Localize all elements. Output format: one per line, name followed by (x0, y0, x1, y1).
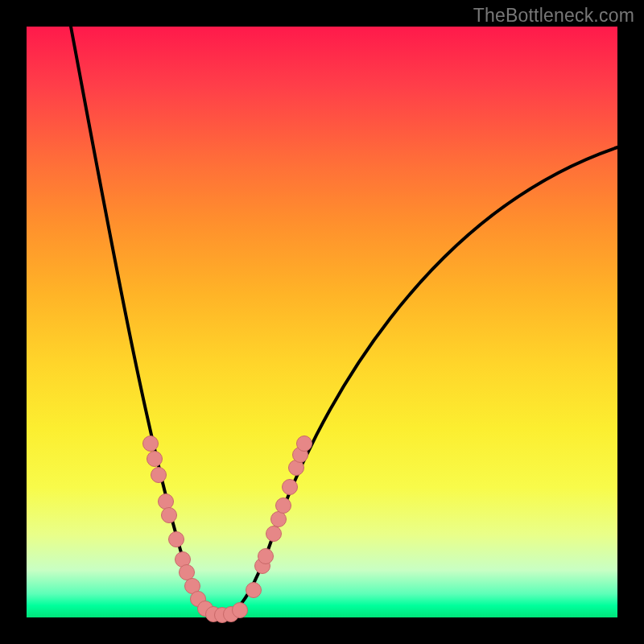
data-dot-left (169, 532, 184, 547)
dot-layer (143, 436, 312, 623)
plot-area (27, 27, 617, 617)
data-dot-left (143, 436, 159, 452)
data-dot-bottom (233, 603, 248, 618)
data-dot-right (271, 512, 287, 527)
data-dot-right (283, 480, 298, 495)
data-dot-right (246, 583, 262, 598)
chart-svg (27, 27, 617, 617)
data-dot-left (151, 468, 167, 483)
outer-frame: TheBottleneck.com (0, 0, 644, 644)
data-dot-left (159, 494, 174, 510)
data-dot-right (258, 549, 274, 564)
data-dot-right (276, 498, 291, 514)
data-dot-right (297, 436, 312, 452)
data-dot-left (162, 508, 177, 523)
data-dot-right (266, 526, 282, 542)
watermark-text: TheBottleneck.com (473, 5, 634, 27)
curve-right-curve (220, 147, 617, 615)
data-dot-left (147, 452, 163, 467)
curve-left-curve (71, 27, 220, 615)
data-dot-left (180, 565, 195, 580)
curve-layer (71, 27, 617, 615)
